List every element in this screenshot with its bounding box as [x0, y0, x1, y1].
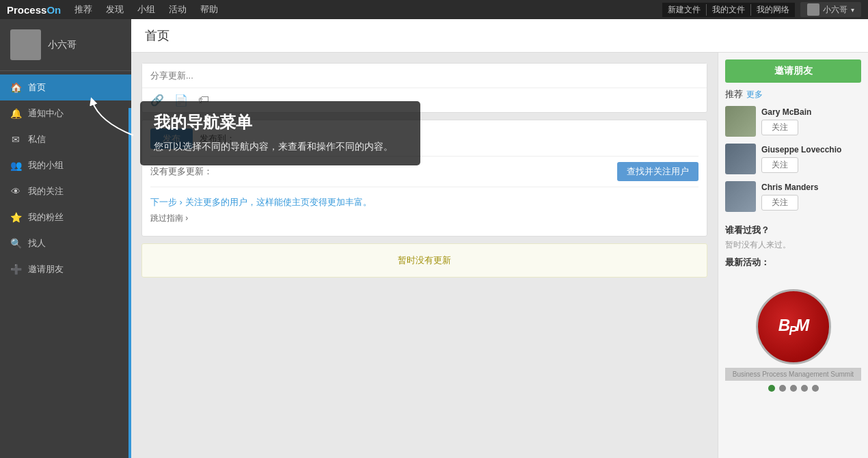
following-icon: 👁 [10, 186, 21, 197]
groups-icon: 👥 [10, 160, 21, 171]
carousel-dot-3[interactable] [790, 385, 797, 392]
top-nav: Process On 推荐 发现 小组 活动 帮助 新建文件 我的文件 我的网络… [0, 0, 868, 19]
carousel-dot-1[interactable] [768, 385, 775, 392]
no-visit-text: 暂时没有人来过。 [725, 239, 861, 251]
my-network-link[interactable]: 我的网络 [751, 4, 795, 16]
bpm-caption: Business Process Management Summit [725, 368, 861, 381]
recommend-item-1: Gary McBain 关注 [725, 106, 861, 137]
user-avatar-top [807, 3, 819, 16]
skip-guide-label: 跳过指南 › [150, 213, 188, 224]
sidebar-groups-label: 我的小组 [28, 159, 64, 172]
logo-process: Process [7, 4, 46, 16]
share-input[interactable] [142, 64, 707, 88]
carousel-dot-2[interactable] [779, 385, 786, 392]
home-icon: 🏠 [10, 82, 21, 93]
carousel-dot-4[interactable] [801, 385, 808, 392]
top-right: 新建文件 我的文件 我的网络 小六哥 ▾ [662, 2, 861, 17]
next-step-text: 下一步 › 关注更多的用户，这样能使主页变得更加丰富。 [150, 196, 699, 208]
tooltip-description: 您可以选择不同的导航内容，来查看和操作不同的内容。 [154, 139, 407, 155]
follow-button-3[interactable]: 关注 [761, 195, 798, 211]
right-links: 新建文件 我的文件 我的网络 [662, 3, 795, 17]
recommend-item-2: Giuseppe Lovecchio 关注 [725, 144, 861, 174]
sidebar: 小六哥 🏠 首页 🔔 通知中心 ✉ 私信 👥 我的小组 👁 我的关注 [0, 19, 131, 458]
sidebar-fans-label: 我的粉丝 [28, 211, 64, 224]
recommend-name-1: Gary McBain [761, 107, 861, 117]
sidebar-user: 小六哥 [0, 19, 131, 71]
nav-activities[interactable]: 活动 [169, 3, 187, 16]
sidebar-item-following[interactable]: 👁 我的关注 [0, 178, 131, 204]
logo[interactable]: Process On [7, 4, 61, 16]
find-icon: 🔍 [10, 238, 21, 249]
recommend-more-link[interactable]: 更多 [746, 89, 763, 100]
sidebar-item-groups[interactable]: 👥 我的小组 [0, 152, 131, 178]
carousel-dot-5[interactable] [812, 385, 819, 392]
nav-groups[interactable]: 小组 [137, 3, 155, 16]
recommend-name-3: Chris Manders [761, 183, 861, 192]
empty-feed-text: 暂时没有更新 [398, 255, 451, 265]
recommend-avatar-2 [725, 144, 756, 174]
nav-links: 推荐 发现 小组 活动 帮助 [74, 3, 662, 16]
tooltip-arrow-icon [85, 94, 147, 142]
recommend-section: 推荐 更多 Gary McBain 关注 [725, 88, 861, 219]
latest-activity-title: 最新活动： [725, 256, 861, 269]
sidebar-item-fans[interactable]: ⭐ 我的粉丝 [0, 204, 131, 230]
main-content: 首页 🔗 📄 🏷 发布 发布到： [131, 19, 868, 458]
recommend-title: 推荐 [725, 88, 743, 100]
recommend-header: 推荐 更多 [725, 88, 861, 100]
user-name-top: 小六哥 [823, 4, 847, 16]
nav-discover[interactable]: 发现 [106, 3, 124, 16]
recommend-info-3: Chris Manders 关注 [761, 183, 861, 211]
right-sidebar: 邀请朋友 推荐 更多 Gary McBain 关注 [718, 53, 868, 458]
sidebar-messages-label: 私信 [28, 133, 46, 146]
bpm-image-container: BPM Business Process Management Summit [725, 289, 861, 392]
carousel-dots [725, 385, 861, 392]
nav-recommend[interactable]: 推荐 [74, 3, 92, 16]
notification-icon: 🔔 [10, 108, 21, 119]
sidebar-following-label: 我的关注 [28, 185, 64, 198]
sidebar-avatar [10, 29, 41, 60]
recommend-item-3: Chris Manders 关注 [725, 181, 861, 212]
logo-on: On [46, 4, 61, 16]
user-menu[interactable]: 小六哥 ▾ [800, 2, 861, 17]
invite-icon: ➕ [10, 264, 21, 275]
invite-friends-button[interactable]: 邀请朋友 [725, 59, 861, 83]
new-file-link[interactable]: 新建文件 [662, 4, 707, 16]
bpm-logo-text: BPM [778, 316, 808, 338]
tooltip-title: 我的导航菜单 [154, 111, 407, 133]
recommend-info-2: Giuseppe Lovecchio 关注 [761, 145, 861, 173]
main-header: 首页 [131, 19, 868, 53]
layout: 小六哥 🏠 首页 🔔 通知中心 ✉ 私信 👥 我的小组 👁 我的关注 [0, 19, 868, 458]
sidebar-username: 小六哥 [48, 39, 77, 51]
find-follow-button[interactable]: 查找并关注用户 [617, 162, 699, 181]
sidebar-find-label: 找人 [28, 237, 46, 250]
page-title: 首页 [145, 27, 854, 44]
who-visited-title: 谁看过我？ [725, 224, 861, 237]
my-file-link[interactable]: 我的文件 [707, 4, 751, 16]
follow-button-2[interactable]: 关注 [761, 157, 798, 173]
empty-feed: 暂时没有更新 [141, 243, 707, 278]
dropdown-arrow-icon: ▾ [851, 6, 854, 14]
tooltip-box: 我的导航菜单 您可以选择不同的导航内容，来查看和操作不同的内容。 [140, 101, 420, 165]
recommend-info-1: Gary McBain 关注 [761, 107, 861, 135]
sidebar-notification-label: 通知中心 [28, 107, 64, 120]
skip-guide[interactable]: 跳过指南 › [150, 213, 699, 224]
latest-activity-section: 最新活动： BPM Business Process Management Su… [725, 256, 861, 392]
message-icon: ✉ [10, 134, 21, 145]
recommend-name-2: Giuseppe Lovecchio [761, 145, 861, 154]
who-visited-section: 谁看过我？ 暂时没有人来过。 [725, 224, 861, 251]
next-step-section: 下一步 › 关注更多的用户，这样能使主页变得更加丰富。 跳过指南 › [150, 193, 699, 228]
find-follow-text: 没有更多更新： [150, 165, 213, 178]
follow-button-1[interactable]: 关注 [761, 120, 798, 135]
recommend-avatar-3 [725, 181, 756, 212]
recommend-avatar-1 [725, 106, 756, 137]
fans-icon: ⭐ [10, 212, 21, 223]
bpm-circle: BPM [756, 289, 831, 364]
nav-help[interactable]: 帮助 [200, 3, 218, 16]
tooltip-overlay: 我的导航菜单 您可以选择不同的导航内容，来查看和操作不同的内容。 [126, 101, 420, 165]
sidebar-item-invite[interactable]: ➕ 邀请朋友 [0, 256, 131, 282]
sidebar-invite-label: 邀请朋友 [28, 263, 64, 275]
sidebar-item-find[interactable]: 🔍 找人 [0, 230, 131, 256]
sidebar-home-label: 首页 [28, 81, 46, 94]
